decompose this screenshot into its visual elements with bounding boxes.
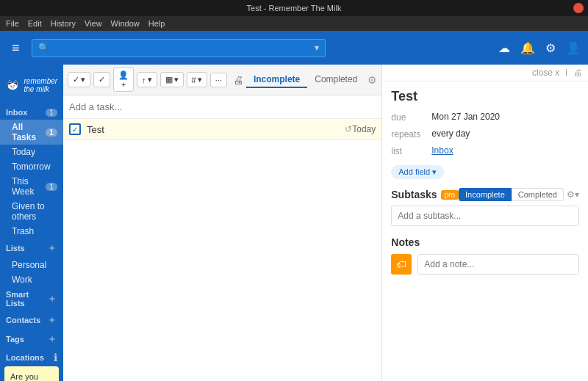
subtask-tab-completed[interactable]: Completed <box>512 188 564 201</box>
upgrade-banner: Are you ready to get even more done? Upg… <box>4 366 59 381</box>
add-list-button[interactable]: ＋ <box>47 242 57 255</box>
sidebar-item-all-tasks[interactable]: All Tasks 1 <box>0 120 63 145</box>
add-task-bar <box>63 95 381 119</box>
sidebar-item-this-week[interactable]: This Week 1 <box>0 174 63 199</box>
tag-icon: # <box>192 76 196 84</box>
add-note-input[interactable] <box>417 254 579 275</box>
notes-section: Notes 🏷 <box>391 236 579 275</box>
postpone-icon: ↑ <box>142 76 146 84</box>
repeats-value: every day <box>431 128 579 139</box>
repeats-label: repeats <box>391 128 431 139</box>
sidebar-item-today[interactable]: Today <box>0 145 63 159</box>
close-detail-button[interactable]: close x <box>532 68 559 78</box>
add-subtask-input[interactable] <box>391 206 579 226</box>
user-icon[interactable]: 👤 <box>566 41 581 55</box>
menu-history[interactable]: History <box>51 19 76 28</box>
search-container: 🔍 ▾ <box>32 39 326 57</box>
svg-point-12 <box>10 82 10 83</box>
detail-print-icon[interactable]: 🖨 <box>573 68 582 78</box>
upgrade-text: Are you ready to get even more done? <box>10 372 53 381</box>
detail-header: close x i 🖨 <box>382 65 588 81</box>
close-window-button[interactable] <box>573 3 584 13</box>
list-label: list <box>391 145 431 156</box>
window-title: Test - Remember The Milk <box>247 4 342 12</box>
add-location-button[interactable]: ℹ <box>54 352 57 363</box>
task-list: ✓ Test ↺ Today <box>63 119 381 381</box>
task-panel: ✓▾ ✓ 👤+ ↑▾ ▦▾ #▾ ··· 🖨 Incomple <box>63 65 382 381</box>
due-label: due <box>391 112 431 123</box>
topbar-actions: ☁ 🔔 ⚙ 👤 <box>498 41 581 55</box>
tab-completed[interactable]: Completed <box>307 72 365 88</box>
titlebar: Test - Remember The Milk <box>0 0 588 16</box>
add-task-input[interactable] <box>69 101 376 112</box>
tab-incomplete[interactable]: Incomplete <box>246 72 307 88</box>
subtask-tab-incomplete[interactable]: Incomplete <box>459 188 512 201</box>
task-checkbox[interactable]: ✓ <box>69 123 81 135</box>
task-settings-icon[interactable]: ⚙ <box>368 74 377 86</box>
print-icon[interactable]: 🖨 <box>233 74 243 86</box>
subtasks-section: Subtasks pro Incomplete Completed ⚙▾ <box>391 188 579 226</box>
sidebar-section-smart-lists[interactable]: Smart Lists ＋ <box>0 287 63 311</box>
sidebar-item-personal[interactable]: Personal <box>0 258 63 272</box>
sidebar-section-contacts[interactable]: Contacts ＋ <box>0 311 63 330</box>
sidebar-item-trash[interactable]: Trash <box>0 224 63 239</box>
tag-button[interactable]: #▾ <box>187 72 207 87</box>
menu-window[interactable]: Window <box>111 19 140 28</box>
sidebar-section-inbox[interactable]: Inbox 1 <box>0 105 63 120</box>
mark-complete-button[interactable]: ✓ <box>93 72 110 87</box>
sidebar-section-tags[interactable]: Tags ＋ <box>0 330 63 349</box>
svg-point-15 <box>16 82 17 83</box>
note-add-row: 🏷 <box>391 254 579 275</box>
sidebar-item-work[interactable]: Work <box>0 272 63 287</box>
task-due-date: Today <box>352 124 376 134</box>
table-row[interactable]: ✓ Test ↺ Today <box>63 119 381 140</box>
pro-badge: pro <box>441 190 459 200</box>
menubar: File Edit History View Window Help <box>0 16 588 31</box>
task-name: Test <box>87 124 342 135</box>
svg-point-16 <box>11 87 15 89</box>
note-icon: 🏷 <box>391 254 412 275</box>
menu-help[interactable]: Help <box>148 19 165 28</box>
status-tabs: Incomplete Completed <box>246 72 365 88</box>
task-toolbar: ✓▾ ✓ 👤+ ↑▾ ▦▾ #▾ ··· 🖨 Incomple <box>63 65 381 95</box>
search-icon: 🔍 <box>38 43 49 53</box>
add-contact-button[interactable]: ＋ <box>47 313 57 327</box>
menu-edit[interactable]: Edit <box>28 19 42 28</box>
task-repeat-icon: ↺ <box>345 124 352 134</box>
more-button[interactable]: ··· <box>210 73 227 87</box>
subtask-settings-icon[interactable]: ⚙▾ <box>567 189 579 200</box>
sidebar-item-tomorrow[interactable]: Tomorrow <box>0 159 63 174</box>
search-input[interactable] <box>54 43 315 54</box>
checkmark-icon: ✓ <box>73 75 79 84</box>
add-tag-button[interactable]: ＋ <box>47 333 57 346</box>
add-smart-list-button[interactable]: ＋ <box>47 292 57 305</box>
main-area: remember the milk Inbox 1 All Tasks 1 To… <box>0 65 588 381</box>
detail-header-icons: i 🖨 <box>565 68 582 78</box>
settings-icon[interactable]: ⚙ <box>545 41 556 55</box>
search-dropdown-arrow[interactable]: ▾ <box>315 43 319 53</box>
add-user-button[interactable]: 👤+ <box>113 68 134 92</box>
cloud-sync-icon[interactable]: ☁ <box>498 41 510 55</box>
detail-panel: close x i 🖨 Test due Mon 27 Jan 2020 rep… <box>382 65 588 381</box>
svg-point-7 <box>13 85 15 87</box>
move-button[interactable]: ▦▾ <box>160 72 184 87</box>
postpone-button[interactable]: ↑▾ <box>137 72 157 87</box>
add-field-button[interactable]: Add field <box>391 165 444 179</box>
sidebar-section-lists[interactable]: Lists ＋ <box>0 239 63 258</box>
sidebar: remember the milk Inbox 1 All Tasks 1 To… <box>0 65 63 381</box>
svg-point-13 <box>11 82 12 83</box>
bell-icon[interactable]: 🔔 <box>520 41 535 55</box>
detail-info-icon[interactable]: i <box>565 68 567 78</box>
detail-task-title: Test <box>391 89 579 104</box>
menu-file[interactable]: File <box>6 19 19 28</box>
detail-due-row: due Mon 27 Jan 2020 <box>391 112 579 123</box>
complete-button[interactable]: ✓▾ <box>68 72 90 87</box>
hamburger-menu-button[interactable]: ≡ <box>7 37 24 59</box>
svg-point-14 <box>14 82 15 83</box>
detail-repeats-row: repeats every day <box>391 128 579 139</box>
person-add-icon: 👤+ <box>118 70 129 89</box>
sidebar-item-given-to-others[interactable]: Given to others <box>0 199 63 224</box>
sidebar-section-locations[interactable]: Locations ℹ <box>0 349 63 366</box>
menu-view[interactable]: View <box>85 19 102 28</box>
list-value[interactable]: Inbox <box>431 145 579 156</box>
